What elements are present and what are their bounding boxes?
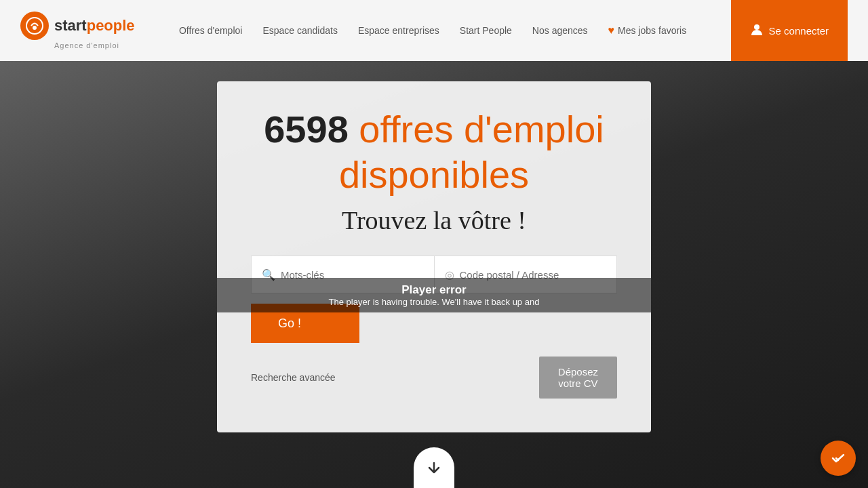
arrow-down-icon bbox=[426, 460, 442, 476]
main-nav: Offres d'emploi Espace candidats Espace … bbox=[179, 24, 686, 37]
logo-icon bbox=[20, 12, 49, 40]
job-count-suffix: offres d'emploi bbox=[359, 108, 604, 150]
scroll-down-arrow[interactable] bbox=[414, 447, 454, 488]
float-check-button[interactable] bbox=[821, 441, 856, 476]
player-error-message: The player is having trouble. We'll have… bbox=[231, 297, 637, 307]
nav-item-agences[interactable]: Nos agences bbox=[532, 25, 588, 36]
job-subtitle: disponibles bbox=[251, 154, 617, 196]
player-error-overlay: Player error The player is having troubl… bbox=[217, 278, 651, 312]
logo-text: startpeople bbox=[54, 17, 135, 35]
nav-item-offres[interactable]: Offres d'emploi bbox=[179, 25, 242, 36]
header: startpeople Agence d'emploi Offres d'emp… bbox=[0, 0, 868, 61]
nav-item-startpeople[interactable]: Start People bbox=[460, 25, 512, 36]
user-icon bbox=[750, 22, 764, 39]
logo-area: startpeople Agence d'emploi bbox=[20, 12, 135, 49]
svg-point-2 bbox=[754, 24, 760, 30]
player-error-title: Player error bbox=[231, 283, 637, 297]
nav-item-favorites[interactable]: ♥ Mes jobs favoris bbox=[608, 24, 687, 37]
svg-point-1 bbox=[33, 26, 37, 30]
heart-icon: ♥ bbox=[608, 24, 615, 37]
connect-button[interactable]: Se connecter bbox=[731, 0, 848, 61]
job-number: 6598 bbox=[264, 108, 349, 150]
deposit-cv-button[interactable]: Déposez votre CV bbox=[539, 357, 617, 399]
nav-item-candidats[interactable]: Espace candidats bbox=[262, 25, 338, 36]
nav-item-entreprises[interactable]: Espace entreprises bbox=[358, 25, 439, 36]
logo-subtitle: Agence d'emploi bbox=[54, 41, 119, 49]
connect-label: Se connecter bbox=[769, 25, 829, 37]
bottom-row: Recherche avancée Déposez votre CV bbox=[251, 357, 617, 399]
job-count-heading: 6598 offres d'emploi bbox=[251, 108, 617, 150]
check-icon bbox=[830, 450, 846, 466]
main-card: 6598 offres d'emploi disponibles Trouvez… bbox=[217, 81, 651, 432]
tagline: Trouvez la vôtre ! bbox=[251, 205, 617, 235]
advanced-search-link[interactable]: Recherche avancée bbox=[251, 372, 336, 383]
